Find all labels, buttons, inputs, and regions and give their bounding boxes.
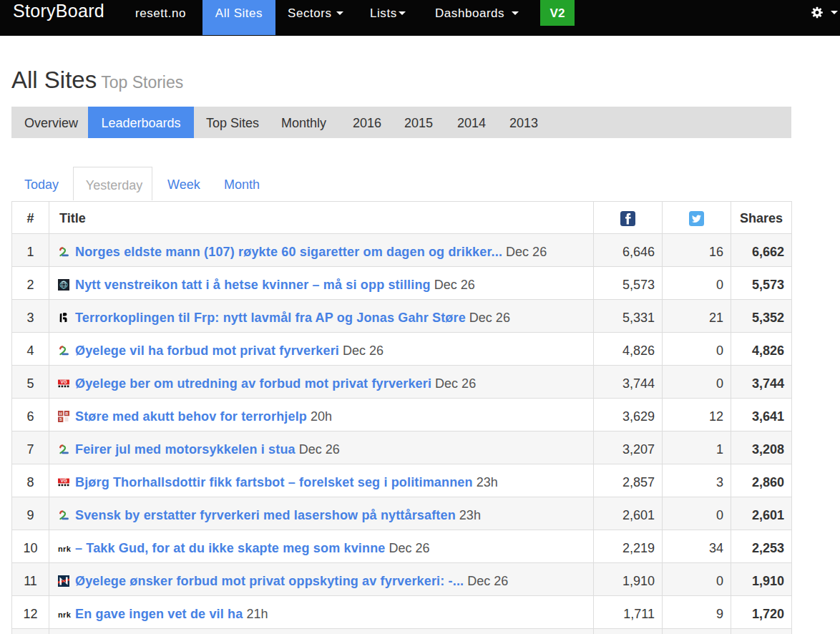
svg-text:R: R xyxy=(65,411,68,416)
svg-text:VG: VG xyxy=(60,379,67,384)
svg-text:S: S xyxy=(59,417,62,421)
svg-text:H: H xyxy=(59,411,62,416)
svg-text:nrk: nrk xyxy=(58,545,72,553)
svg-text:VG: VG xyxy=(60,478,67,483)
svg-text:nrk: nrk xyxy=(58,610,72,619)
